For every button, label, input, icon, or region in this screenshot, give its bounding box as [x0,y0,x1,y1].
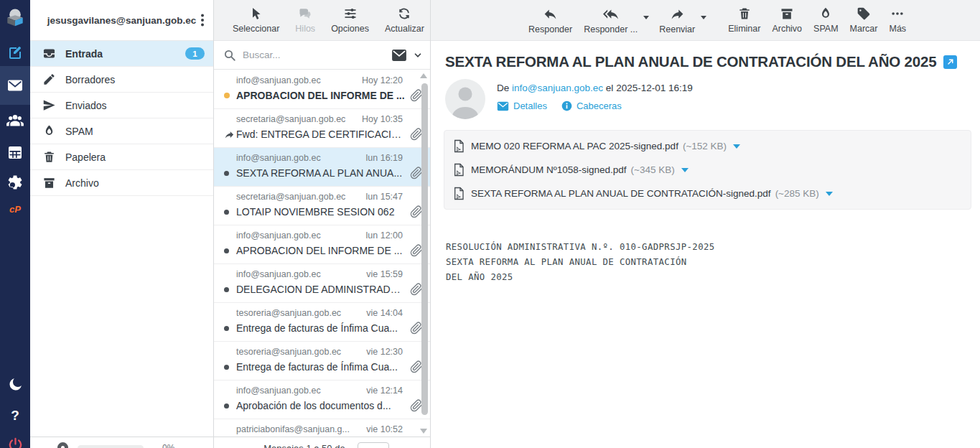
trash-icon [42,150,56,164]
chat-bubbles-icon [298,6,312,21]
list-scrollbar-thumb[interactable] [421,83,428,415]
attachment-name[interactable]: MEMORÁNDUM Nº1058-signed.pdf [471,164,627,175]
status-dot-icon[interactable] [224,171,236,176]
message-row[interactable]: info@sanjuan.gob.ecvie 12:14 Aprobación … [214,381,430,419]
logout-power-icon[interactable] [0,434,30,448]
forward-dropdown-caret[interactable] [701,16,706,19]
dark-mode-moon-icon[interactable] [0,373,30,395]
message-row-selected[interactable]: info@sanjuan.gob.eclun 16:19 SEXTA REFOR… [214,148,430,187]
spam-button[interactable]: SPAM [808,0,844,34]
scroll-up-arrow[interactable] [420,73,427,78]
message-row[interactable]: tesoreria@sanjuan.gob.ecvie 12:30 Entreg… [214,342,430,381]
search-scope-mail-icon[interactable] [391,49,407,62]
search-options-chevron-icon[interactable] [413,50,423,60]
cpanel-icon[interactable]: cP [0,200,30,218]
headers-link[interactable]: Cabeceras [561,101,622,111]
body-line: SEXTA REFORMA AL PLAN ANUAL DE CONTRATAC… [446,255,966,270]
folder-archive[interactable]: Archivo [30,170,213,196]
cursor-icon [249,6,263,21]
message-row[interactable]: info@sanjuan.gob.ecvie 15:59 DELEGACION … [214,264,430,303]
body-line: RESOLUCIÓN ADMINISTRATIVA N.º. 010-GADPR… [446,240,966,255]
attachment-item[interactable]: MEMORÁNDUM Nº1058-signed.pdf (~345 KB) [444,158,971,182]
sender-email-link[interactable]: info@sanjuan.gob.ec [512,83,603,93]
quota-progress [78,445,144,448]
search-input[interactable] [243,50,391,60]
attachment-dropdown-caret[interactable] [733,144,740,149]
status-dot-icon[interactable] [224,326,236,331]
attachment-item[interactable]: MEMO 020 REFORMA AL PAC 2025-signed.pdf … [444,134,971,158]
folder-sent[interactable]: Enviados [30,93,213,118]
folder-inbox[interactable]: Entrada 1 [30,41,213,67]
tag-icon [857,6,871,21]
refresh-button[interactable]: Actualizar [379,0,430,34]
attachment-name[interactable]: SEXTA REFORMA AL PLAN ANUAL DE CONTRATAC… [471,188,771,199]
page-number-input[interactable] [358,442,389,448]
webmail-app: cP ? jesusgavilanes@sanjuan.gob.ec [0,0,980,448]
search-bar [214,41,430,70]
pdf-file-icon [453,139,465,153]
reply-all-icon [603,6,618,22]
message-row[interactable]: secretaria@sanjuan.gob.eclun 15:47 LOTAI… [214,187,430,225]
attachments-box: MEMO 020 REFORMA AL PAC 2025-signed.pdf … [444,130,971,210]
archive-button[interactable]: Archivo [766,0,808,34]
message-row[interactable]: info@sanjuan.gob.ecHoy 12:20 APROBACION … [214,70,430,109]
compose-icon[interactable] [0,42,30,65]
delete-button[interactable]: Eliminar [722,0,766,34]
status-dot-icon[interactable] [224,287,236,292]
account-menu-kebab-icon[interactable] [196,12,209,28]
date-prefix: el [606,83,614,93]
unread-dot-icon[interactable] [224,93,236,98]
message-row[interactable]: secretaria@sanjuan.gob.ecHoy 10:35 Fwd: … [214,109,430,148]
sliders-icon [343,6,358,21]
reply-icon [543,6,558,22]
message-row[interactable]: info@sanjuan.gob.eclun 12:00 APROBACION … [214,225,430,264]
attachment-size: (~345 KB) [631,164,675,175]
refresh-icon [397,6,411,21]
archive-icon [780,6,794,21]
folder-label: SPAM [65,126,93,137]
folder-spam[interactable]: SPAM [30,118,213,144]
cpanel-label: cP [9,204,21,215]
inbox-icon [42,47,56,60]
reply-all-dropdown-caret[interactable] [643,16,649,19]
options-button[interactable]: Opciones [325,0,375,34]
details-link[interactable]: Detalles [497,101,547,111]
folder-trash[interactable]: Papelera [30,144,213,170]
archive-icon [42,176,56,190]
settings-gear-icon[interactable] [0,171,30,194]
account-email: jesusgavilanes@sanjuan.gob.ec [47,15,197,26]
status-dot-icon[interactable] [224,365,236,370]
forward-button[interactable]: Reenviar [653,0,701,34]
forwarded-arrow-icon[interactable] [224,129,236,140]
attachment-item[interactable]: SEXTA REFORMA AL PLAN ANUAL DE CONTRATAC… [444,182,971,205]
message-row[interactable]: tesoreria@sanjuan.gob.ecvie 14:04 Entreg… [214,303,430,342]
search-icon [223,49,236,62]
reply-all-button[interactable]: Responder ... [578,0,643,34]
message-row[interactable]: patriciabonifas@sanjuan.g...vie 10:52 [214,419,430,437]
contacts-icon[interactable] [0,109,30,132]
attachment-name[interactable]: MEMO 020 REFORMA AL PAC 2025-signed.pdf [471,141,678,151]
status-dot-icon[interactable] [224,210,236,215]
threads-button[interactable]: Hilos [289,0,321,34]
attachment-size: (~152 KB) [683,141,727,151]
pdf-file-icon [453,163,465,177]
calendar-icon[interactable] [0,141,30,164]
help-icon[interactable]: ? [0,405,30,426]
sender-avatar [445,79,485,119]
status-dot-icon[interactable] [224,403,236,409]
pdf-file-icon [453,187,465,200]
open-in-new-window-icon[interactable] [943,55,957,69]
reply-button[interactable]: Responder [523,0,578,34]
status-dot-icon[interactable] [224,248,236,253]
scroll-down-arrow[interactable] [420,429,427,434]
mark-button[interactable]: Marcar [844,0,884,34]
folder-label: Papelera [65,151,106,163]
folder-label: Archivo [65,177,99,189]
attachment-dropdown-caret[interactable] [826,192,833,196]
select-button[interactable]: Seleccionar [227,0,285,34]
folder-drafts[interactable]: Borradores [30,67,213,93]
mail-icon[interactable] [0,66,30,105]
attachment-dropdown-caret[interactable] [681,168,689,172]
more-button[interactable]: Más [883,0,912,34]
mail-toolbar: Responder Responder ... Reenviar [431,0,980,41]
